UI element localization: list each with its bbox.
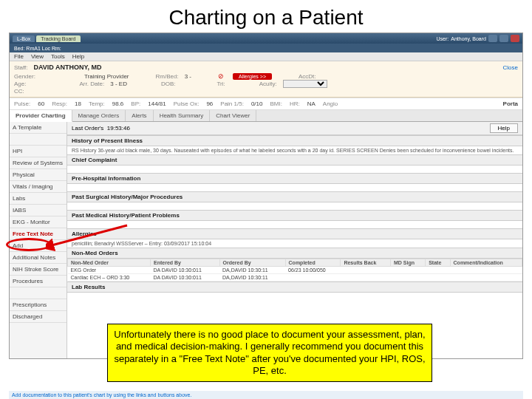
psh-header: Past Surgical History/Major Procedures [67,191,522,202]
orders-table: Non-Med OrderEntered ByOrdered ByComplet… [67,259,522,282]
bed-label: Bed: RmA1 Loc Rm: [14,46,61,51]
sidebar-item[interactable]: NIH Stroke Score [10,264,66,276]
lab-header: Lab Results [67,282,522,293]
gender-label: Gender: [14,73,35,80]
nonmed-header: Non-Med Orders [67,248,522,259]
training-provider: Training Provider [84,73,129,80]
last-orders-label: Last Order's [72,125,103,132]
tab-provider-charting[interactable]: Provider Charting [10,110,72,122]
vitals-bar: Pulse:60 Resp:18 Temp:98.6 BP:144/81 Pul… [10,98,522,110]
sidebar-item[interactable] [10,287,66,299]
tab-health-summary[interactable]: Health Summary [154,110,211,121]
user-label: User: [437,36,449,41]
menu-help[interactable]: Help [72,53,84,60]
bp-label: BP: [131,100,140,107]
cc-body [67,166,522,173]
prehosp-body [67,184,522,191]
close-button[interactable] [511,35,519,42]
callout-box: Unfortunately there is no good place to … [107,324,432,382]
cc-header: Chief Complaint [67,154,522,166]
sidebar-item[interactable]: Labs [10,193,66,205]
sidebar-item[interactable]: Free Text Note [10,228,66,240]
pmh-header: Past Medical History/Patient Problems [67,210,522,221]
titlebar-tab-lbox[interactable]: L-Box [13,35,35,42]
pmh-body [67,221,522,228]
main-content: Last Order's 19:53:46 Help History of Pr… [67,122,522,358]
bp-value: 144/81 [148,100,166,107]
sidebar-item[interactable]: Additional Notes [10,252,66,264]
menu-file[interactable]: File [14,53,24,60]
user-name: Anthony, Board [451,36,486,41]
table-header: Results Back [341,259,391,267]
table-row[interactable]: EKG OrderDA DAVID 10:30:011DA,DAVID 10:3… [68,267,522,274]
minimize-button[interactable] [499,35,508,42]
allergies-text: penicillin; Benadryl WSSServer – Entry: … [67,239,522,248]
close-link[interactable]: Close [503,64,518,71]
sidebar-item[interactable]: Prescriptions [10,299,66,311]
sidebar-item[interactable]: Add [10,240,66,252]
resp-label: Resp: [52,100,67,107]
pox-value: 96 [206,100,213,107]
pulse-label: Pulse: [14,100,30,107]
table-header: Non-Med Order [68,259,151,267]
sidebar-item[interactable]: Discharged [10,311,66,323]
table-header: Comment/Indication [450,259,522,267]
table-header: Entered By [151,259,220,267]
pulse-value: 60 [38,100,44,107]
psh-body [67,202,522,210]
acuity-select[interactable] [283,80,327,88]
sidebar-item[interactable]: A Template [10,122,66,134]
patient-header: Staff: DAVID ANTHONY, MD Close Gender: T… [10,61,522,98]
tab-manage-orders[interactable]: Manage Orders [72,110,126,121]
bmi-label: BMI: [270,100,282,107]
tab-chart-viewer[interactable]: Chart Viewer [210,110,256,121]
dob-label: DOB: [161,81,176,87]
app-window: L-Box Tracking Board User: Anthony, Boar… [9,33,523,359]
cc-label: CC: [14,88,24,95]
resp-value: 18 [75,100,81,107]
porta-link[interactable]: Porta [503,100,518,107]
sidebar: A Template HPIReview of SystemsPhysicalV… [10,122,67,358]
sidebar-item[interactable]: IABS [10,205,66,216]
table-row[interactable]: Cardiac ECH – ORD 3:30DA DAVID 10:30:011… [68,274,522,282]
hpi-text: RS History 36-year-old black male, 30 da… [67,146,522,154]
titlebar-tab-tracking[interactable]: Tracking Board [36,35,80,42]
subheader: Last Order's 19:53:46 Help [67,122,522,135]
rmbed-value: 3 - [185,73,191,80]
sidebar-item[interactable]: Vitals / Imaging [10,181,66,193]
table-header: Ordered By [219,259,285,267]
sidebar-item[interactable]: Review of Systems [10,157,66,169]
allergies-button[interactable]: Allergies >> [233,73,272,80]
table-header: Completed [285,259,341,267]
sidebar-item[interactable]: EKG - Monitor [10,216,66,228]
menu-view[interactable]: View [31,53,44,60]
tab-alerts[interactable]: Alerts [126,110,153,121]
last-orders-time: 19:53:46 [107,125,130,132]
accdt-label: AccDt: [299,73,316,80]
table-header: State [426,259,450,267]
sidebar-item[interactable]: HPI [10,146,66,157]
sidebar-item[interactable] [10,134,66,146]
workarea: A Template HPIReview of SystemsPhysicalV… [10,122,522,358]
temp-label: Temp: [89,100,105,107]
titlebar: L-Box Tracking Board User: Anthony, Boar… [10,33,522,44]
tri-label: Tri: [217,81,225,87]
age-label: Age: [14,81,26,87]
sidebar-item[interactable]: Physical [10,169,66,181]
sidebar-item[interactable]: Procedures [10,276,66,287]
angio-label: Angio [323,100,338,107]
pox-label: Pulse Ox: [174,100,200,107]
alert-icon: ⊘ [218,72,224,80]
help-button[interactable]: Help [490,123,518,133]
hr-value: NA [307,100,316,107]
lock-icon[interactable] [488,35,497,42]
temp-value: 98.6 [112,100,124,107]
table-header: MD Sign [390,259,425,267]
menubar: File View Tools Help [10,52,522,61]
acuity-label: Acuity: [259,81,277,87]
menu-tools[interactable]: Tools [51,53,65,60]
staff-label: Staff: [14,64,28,71]
staff-name: DAVID ANTHONY, MD [34,64,102,71]
rmbed-label: Rm/Bed: [156,73,179,80]
slide-title: Charting on a Patient [0,0,532,33]
